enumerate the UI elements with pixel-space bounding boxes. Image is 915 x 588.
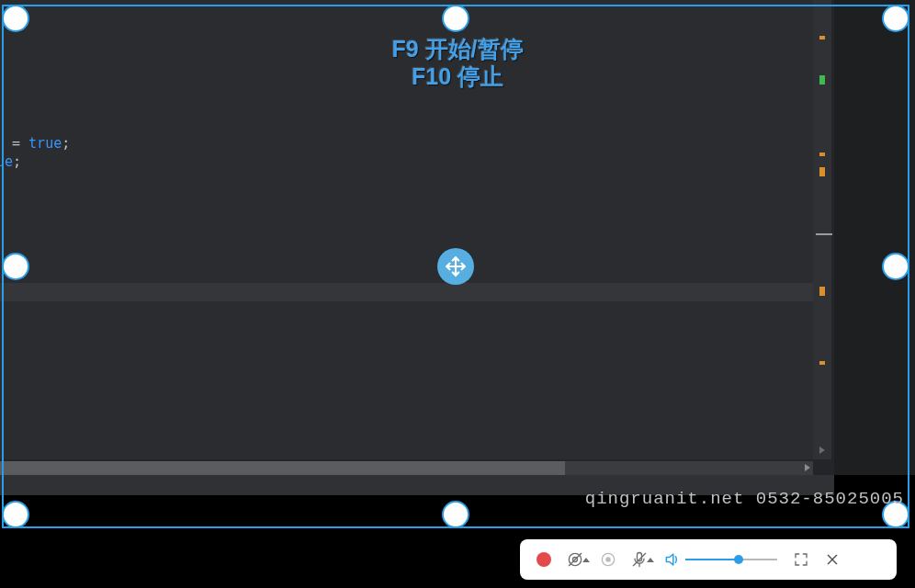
resize-handle-w[interactable]: [2, 253, 29, 280]
mic-off-icon: [630, 550, 649, 569]
volume-slider-fill: [685, 559, 739, 560]
record-icon: [537, 552, 551, 567]
overview-marker[interactable]: [819, 153, 825, 156]
watermark-text: qingruanit.net 0532-85025005: [585, 489, 904, 509]
overview-ruler[interactable]: [813, 0, 831, 459]
record-button[interactable]: [531, 547, 557, 572]
overview-marker[interactable]: [819, 36, 825, 40]
overview-viewport-indicator[interactable]: [816, 233, 832, 235]
resize-handle-nw[interactable]: [2, 5, 29, 32]
camera-off-icon: [566, 550, 584, 569]
close-button[interactable]: [819, 547, 845, 572]
overview-marker[interactable]: [819, 287, 825, 296]
overview-marker[interactable]: [819, 75, 825, 85]
svg-point-4: [606, 558, 610, 561]
editor-current-line: [0, 283, 813, 301]
overview-marker[interactable]: [819, 361, 825, 365]
horizontal-scrollbar-thumb[interactable]: [0, 461, 565, 475]
resize-handle-n[interactable]: [442, 5, 469, 32]
code-fragment: ue;: [0, 153, 21, 170]
fullscreen-button[interactable]: [788, 547, 814, 572]
recorder-toolbar: [520, 539, 897, 580]
side-panel: [834, 0, 915, 475]
fullscreen-icon: [793, 551, 809, 568]
move-arrows-icon: [444, 254, 468, 278]
editor-viewport[interactable]: [0, 0, 813, 459]
system-audio-button[interactable]: [660, 547, 685, 572]
close-icon: [825, 552, 840, 567]
editor-area: [0, 0, 834, 475]
volume-slider-thumb[interactable]: [734, 555, 743, 564]
pointer-target-icon: [599, 550, 617, 569]
move-region-handle[interactable]: [437, 248, 474, 285]
speaker-icon: [663, 550, 682, 569]
mic-menu-caret[interactable]: [647, 558, 654, 562]
overview-marker[interactable]: [819, 167, 825, 176]
resize-handle-ne[interactable]: [882, 5, 909, 32]
code-fragment: = true;: [4, 135, 70, 152]
resize-handle-s[interactable]: [442, 501, 469, 528]
volume-slider[interactable]: [685, 550, 777, 569]
show-pointer-button[interactable]: [595, 547, 621, 572]
resize-handle-sw[interactable]: [2, 501, 29, 528]
camera-menu-caret[interactable]: [582, 558, 590, 562]
scroll-right-arrow-icon[interactable]: [805, 464, 810, 471]
resize-handle-e[interactable]: [882, 253, 909, 280]
scroll-corner-arrow-icon: [819, 447, 825, 454]
